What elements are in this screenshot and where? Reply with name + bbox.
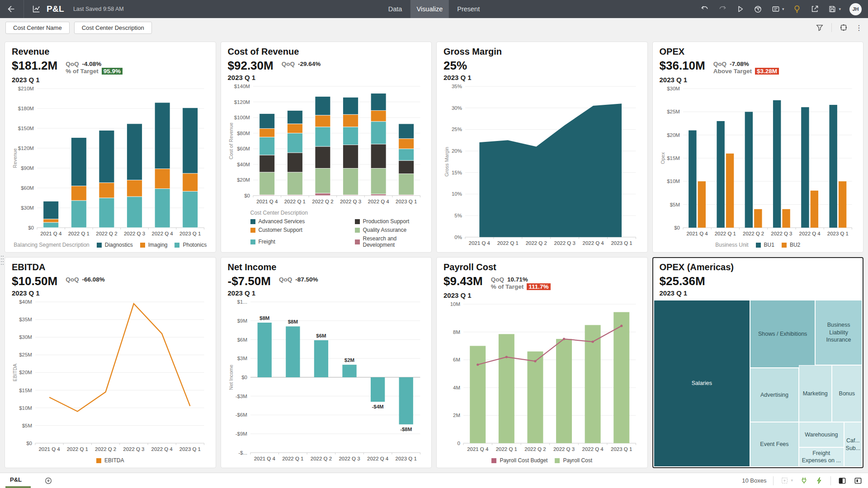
ebitda-legend: EBITDA [12, 455, 209, 465]
svg-text:$80M: $80M [237, 131, 250, 136]
svg-text:$8M: $8M [288, 319, 297, 324]
tile-net-income[interactable]: Net Income -$7.50M QoQ-87.50% 2023 Q 1 $… [221, 257, 432, 468]
tile-cost-of-revenue[interactable]: Cost of Revenue $92.30M QoQ-29.64% 2023 … [221, 42, 432, 253]
avatar[interactable]: JH [849, 3, 862, 15]
filter-chip-cost-center-description[interactable]: Cost Center Description [74, 22, 152, 34]
undo-icon[interactable] [700, 5, 709, 14]
legend-item[interactable]: BU2 [782, 242, 800, 248]
canvas-properties-icon[interactable] [839, 23, 848, 32]
legend-item[interactable]: Advanced Services [250, 218, 348, 225]
schedule-icon[interactable] [753, 5, 763, 14]
redo-icon[interactable] [718, 5, 727, 14]
treemap-node-salaries[interactable]: Salaries [654, 300, 750, 467]
legend-swatch [555, 458, 560, 463]
treemap-node-warehousing[interactable]: Warehousing [799, 422, 844, 447]
svg-text:35%: 35% [452, 84, 462, 89]
tab-data[interactable]: Data [382, 0, 409, 18]
tile-revenue[interactable]: Revenue $181.2M QoQ-4.08%% of Target95.9… [5, 42, 216, 253]
tile-opex-americas[interactable]: OPEX (Americas) $25.36M 2023 Q 1 Salarie… [652, 257, 864, 468]
panel-right-toggle-icon[interactable] [854, 476, 863, 485]
svg-text:2023 Q 1: 2023 Q 1 [179, 446, 201, 452]
svg-text:2022 Q 2: 2022 Q 2 [526, 240, 547, 246]
svg-text:2022 Q 4: 2022 Q 4 [152, 231, 174, 236]
treemap-node-marketing[interactable]: Marketing [799, 365, 832, 422]
tile-payroll-cost[interactable]: Payroll Cost $9.43M QoQ10.71%% of Target… [436, 257, 648, 468]
filter-chip-cost-center-name[interactable]: Cost Center Name [5, 22, 70, 34]
legend-item[interactable]: Research and Development [355, 235, 425, 248]
legend-item[interactable]: Quality Assurance [355, 227, 425, 233]
svg-text:$90M: $90M [21, 165, 34, 171]
period-label: 2023 Q 1 [443, 74, 641, 81]
svg-text:2021 Q 4: 2021 Q 4 [686, 231, 708, 236]
net-income-chart[interactable]: $1...$9M$6M$3M$0-$3M-$6M-$9M-$...2021 Q … [228, 298, 425, 465]
svg-text:2021 Q 4: 2021 Q 4 [469, 240, 491, 246]
save-icon[interactable]: ▾ [828, 5, 841, 14]
payroll-cost-chart[interactable]: 02M4M6M8M10M2021 Q 42022 Q 12022 Q 22022… [443, 300, 641, 455]
svg-text:$0: $0 [244, 193, 250, 198]
treemap-node-label: Event Fees [760, 441, 788, 448]
tile-title: OPEX [660, 47, 857, 57]
tab-visualize[interactable]: Visualize [410, 0, 449, 18]
plug-icon[interactable] [800, 476, 808, 485]
back-icon[interactable] [6, 4, 16, 14]
legend-item[interactable]: Photonics [175, 242, 207, 248]
revenue-chart[interactable]: $0$30M$60M$90M$120M$150M$180M$210M2021 Q… [12, 84, 209, 239]
svg-text:25%: 25% [452, 127, 462, 132]
logo-chart-icon [31, 4, 41, 14]
legend-item[interactable]: Production Support [355, 218, 425, 225]
insights-lightbulb-icon[interactable] [793, 5, 802, 14]
svg-text:EBITDA: EBITDA [12, 363, 18, 381]
svg-text:2022 Q 2: 2022 Q 2 [743, 231, 764, 236]
tile-ebitda[interactable]: EBITDA $10.50M QoQ-66.08% 2023 Q 1 $0$5M… [5, 257, 216, 468]
divider [773, 476, 774, 485]
lightning-icon[interactable] [815, 476, 824, 485]
svg-text:$5M: $5M [670, 202, 679, 207]
legend-item[interactable]: Diagnostics [97, 242, 133, 248]
treemap-node-freight-expenses-on[interactable]: Freight Expenses on ... [799, 447, 844, 467]
tile-title: Net Income [228, 262, 425, 272]
legend-swatch [355, 219, 360, 224]
svg-text:$30M: $30M [21, 205, 34, 211]
legend-item[interactable]: Payroll Cost [555, 457, 592, 464]
legend-item[interactable]: Imaging [140, 242, 168, 248]
kpi-qoq: QoQ-7.08% [713, 61, 779, 67]
treemap-node-shows-exhibitions[interactable]: Shows / Exhibitions [750, 300, 815, 368]
svg-text:2022 Q 4: 2022 Q 4 [799, 231, 821, 236]
tile-gross-margin[interactable]: Gross Margin 25% 2023 Q 1 0%5%10%15%20%2… [436, 42, 648, 253]
open-in-app-icon[interactable] [810, 5, 819, 14]
legend-item[interactable]: EBITDA [96, 457, 124, 464]
treemap-node-business-liability-insurance[interactable]: Business Liability Insurance [815, 300, 862, 365]
ebitda-chart[interactable]: $0$5M$10M$15M$20M$25M$30M$35M$40M2021 Q … [12, 298, 209, 455]
svg-text:2022 Q 3: 2022 Q 3 [124, 231, 145, 236]
canvas-tab-pl[interactable]: P&L [5, 473, 31, 488]
filter-funnel-icon[interactable] [815, 23, 824, 32]
treemap-node-advertising[interactable]: Advertising [750, 368, 799, 422]
treemap-node-caf-sub[interactable]: Caf... Sub... [844, 422, 862, 467]
legend-item[interactable]: Freight [250, 235, 348, 248]
tab-present[interactable]: Present [451, 0, 486, 18]
legend-item[interactable]: Payroll Cost Budget [491, 457, 547, 464]
svg-text:$30M: $30M [667, 86, 680, 91]
treemap-node-event-fees[interactable]: Event Fees [750, 422, 799, 467]
canvas-resize-handle-icon[interactable] [0, 254, 4, 267]
opex-chart[interactable]: $0$5M$10M$15M$20M$25M$30M2021 Q 42022 Q … [660, 84, 857, 239]
svg-text:2022 Q 1: 2022 Q 1 [282, 456, 303, 461]
treemap-node-bonus[interactable]: Bonus [832, 365, 862, 422]
tile-opex[interactable]: OPEX $36.10M QoQ-7.08%Above Target$3.28M… [652, 42, 864, 253]
svg-text:2022 Q 4: 2022 Q 4 [368, 199, 389, 204]
svg-text:2023 Q 1: 2023 Q 1 [396, 199, 417, 204]
legend-item[interactable]: BU1 [756, 242, 774, 248]
add-canvas-icon[interactable] [44, 477, 52, 485]
grid-autofit-icon[interactable]: ▾ [780, 476, 793, 485]
kpi-main-value: $9.43M [443, 275, 483, 288]
cost-of-revenue-chart[interactable]: $0$20M$40M$60M$80M$100M$120M$140M2021 Q … [228, 82, 425, 207]
panel-left-toggle-icon[interactable] [838, 476, 847, 485]
kebab-menu-icon[interactable]: ⋮ [855, 23, 863, 32]
legend-item[interactable]: Customer Support [250, 227, 348, 233]
opex-americas-treemap[interactable]: SalariesShows / ExhibitionsBusiness Liab… [654, 300, 863, 467]
notes-icon[interactable]: ▾ [771, 5, 784, 14]
svg-text:30%: 30% [452, 105, 462, 111]
gross-margin-chart[interactable]: 0%5%10%15%20%25%30%35%2021 Q 42022 Q 120… [443, 82, 641, 249]
period-label: 2023 Q 1 [228, 74, 425, 81]
run-icon[interactable] [736, 5, 745, 14]
